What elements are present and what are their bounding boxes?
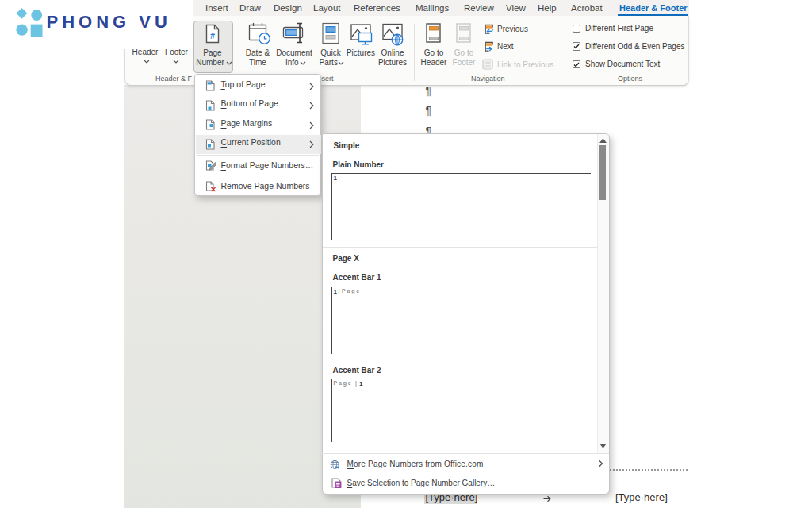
svg-text:#: # [210, 31, 215, 40]
